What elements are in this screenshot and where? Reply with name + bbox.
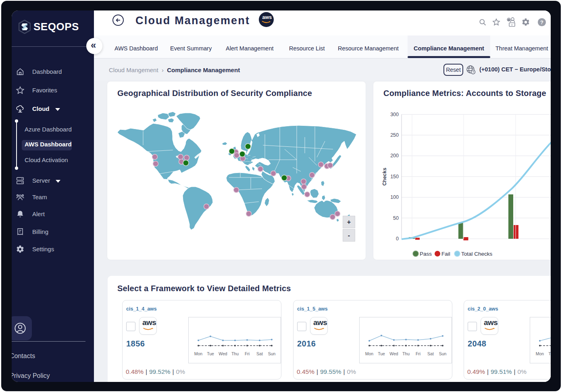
svg-text:Thu: Thu xyxy=(402,351,410,356)
svg-text:Tue: Tue xyxy=(548,351,551,356)
svg-text:50: 50 xyxy=(393,215,399,221)
svg-text:Sun: Sun xyxy=(439,351,447,356)
svg-text:Fri: Fri xyxy=(245,351,250,356)
svg-text:Thu: Thu xyxy=(231,351,239,356)
svg-text:0: 0 xyxy=(396,236,399,242)
svg-text:150: 150 xyxy=(390,174,399,179)
svg-text:Fri: Fri xyxy=(416,351,420,356)
svg-text:Total Checks: Total Checks xyxy=(461,251,493,257)
svg-text:Sat: Sat xyxy=(256,351,263,356)
svg-text:Wed: Wed xyxy=(219,351,227,356)
svg-text:Tue: Tue xyxy=(378,351,385,356)
svg-text:Fail: Fail xyxy=(441,251,450,257)
svg-text:200: 200 xyxy=(390,153,399,158)
svg-text:Tue: Tue xyxy=(207,351,214,356)
svg-text:300: 300 xyxy=(390,112,399,117)
svg-text:Sat: Sat xyxy=(427,351,434,356)
svg-text:Mon: Mon xyxy=(194,351,203,356)
svg-text:100: 100 xyxy=(390,194,399,200)
svg-text:250: 250 xyxy=(390,132,399,138)
svg-text:Mon: Mon xyxy=(536,351,544,356)
svg-text:Sun: Sun xyxy=(268,351,276,356)
svg-text:Pass: Pass xyxy=(420,251,432,257)
svg-text:Checks: Checks xyxy=(382,168,387,186)
svg-text:Mon: Mon xyxy=(365,351,374,356)
svg-text:?: ? xyxy=(540,19,543,25)
svg-text:Wed: Wed xyxy=(389,351,398,356)
